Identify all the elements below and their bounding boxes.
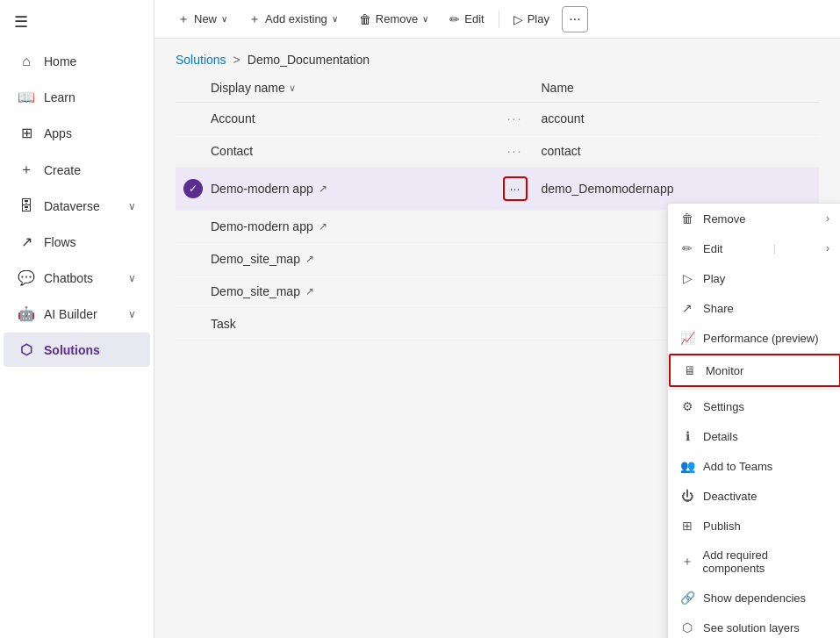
external-link-icon: ↗ xyxy=(305,285,314,297)
sidebar-item-label: Apps xyxy=(44,126,136,140)
menu-item-share[interactable]: ↗ Share xyxy=(668,293,840,323)
sidebar: ☰ ⌂ Home 📖 Learn ⊞ Apps ＋ Create 🗄 Datav… xyxy=(0,0,154,638)
row-more-button[interactable]: ··· xyxy=(503,176,528,201)
row-name-value: demo_Demomodernapp xyxy=(542,182,820,196)
menu-item-label: Edit xyxy=(703,242,722,255)
sidebar-item-learn[interactable]: 📖 Learn xyxy=(4,80,150,114)
menu-item-add-required[interactable]: ＋ Add required components xyxy=(668,541,840,583)
breadcrumb-solutions[interactable]: Solutions xyxy=(176,53,226,67)
sidebar-item-create[interactable]: ＋ Create xyxy=(4,152,150,188)
menu-item-label: Remove xyxy=(703,212,745,226)
edit-button[interactable]: ✏ Edit xyxy=(441,8,492,31)
performance-icon: 📈 xyxy=(680,331,694,345)
menu-item-add-to-teams[interactable]: 👥 Add to Teams xyxy=(668,451,840,481)
add-required-icon: ＋ xyxy=(680,554,694,570)
sidebar-item-label: Learn xyxy=(44,90,136,104)
table-container: Display name ∨ Name Account ··· account … xyxy=(154,74,840,638)
layers-icon: ⬡ xyxy=(680,620,694,634)
external-link-icon: ↗ xyxy=(319,220,327,233)
new-label: New xyxy=(194,12,217,25)
publish-icon: ⊞ xyxy=(680,519,694,533)
play-button[interactable]: ▷ Play xyxy=(505,8,558,31)
hamburger-menu[interactable]: ☰ xyxy=(0,0,154,44)
chevron-right-icon: › xyxy=(826,242,829,254)
chevron-down-icon: ∨ xyxy=(332,14,338,24)
row-checkbox[interactable]: ✓ xyxy=(176,179,211,198)
sidebar-item-chatbots[interactable]: 💬 Chatbots ∨ xyxy=(4,261,150,295)
menu-item-label: Settings xyxy=(703,400,744,413)
sidebar-item-label: Create xyxy=(44,163,136,177)
menu-item-monitor[interactable]: 🖥 Monitor xyxy=(669,354,840,387)
sidebar-item-label: Solutions xyxy=(44,343,136,357)
menu-item-play[interactable]: ▷ Play xyxy=(668,263,840,293)
row-name-value: account xyxy=(542,111,820,125)
menu-item-remove[interactable]: 🗑 Remove › xyxy=(668,204,840,233)
chevron-down-icon: ∨ xyxy=(128,308,136,320)
teams-icon: 👥 xyxy=(680,459,694,473)
menu-item-label: Performance (preview) xyxy=(703,332,819,345)
more-button[interactable]: ··· xyxy=(562,6,588,32)
info-icon: ℹ xyxy=(680,429,694,443)
row-dots-icon: ··· xyxy=(507,144,523,158)
table-row[interactable]: Contact ··· contact xyxy=(176,135,819,168)
menu-divider xyxy=(668,389,840,390)
menu-item-label: Add required components xyxy=(703,548,829,575)
chatbots-icon: 💬 xyxy=(18,269,35,286)
menu-item-performance[interactable]: 📈 Performance (preview) xyxy=(668,323,840,353)
trash-icon: 🗑 xyxy=(359,12,371,26)
toolbar-divider xyxy=(499,11,499,28)
edit-icon: ✏ xyxy=(449,12,460,26)
share-icon: ↗ xyxy=(680,301,694,315)
menu-item-deactivate[interactable]: ⏻ Deactivate xyxy=(668,481,840,511)
menu-item-label: Show dependencies xyxy=(703,591,806,605)
sidebar-item-home[interactable]: ⌂ Home xyxy=(4,45,150,78)
menu-item-settings[interactable]: ⚙ Settings xyxy=(668,391,840,421)
trash-icon: 🗑 xyxy=(680,211,694,226)
chevron-right-icon: › xyxy=(826,212,829,225)
sidebar-item-label: Home xyxy=(44,54,136,68)
edit-label: Edit xyxy=(464,12,484,25)
header-display-name[interactable]: Display name ∨ xyxy=(211,81,489,95)
sidebar-item-flows[interactable]: ↗ Flows xyxy=(4,225,150,259)
settings-icon: ⚙ xyxy=(680,399,694,413)
dependencies-icon: 🔗 xyxy=(680,591,694,605)
row-name-value: contact xyxy=(542,144,820,158)
chevron-down-icon: ∨ xyxy=(128,200,136,212)
menu-item-label: Publish xyxy=(703,520,741,533)
external-link-icon: ↗ xyxy=(319,183,327,195)
divider-line: | xyxy=(773,242,776,254)
menu-item-show-dependencies[interactable]: 🔗 Show dependencies xyxy=(668,583,840,613)
remove-button[interactable]: 🗑 Remove ∨ xyxy=(350,8,437,31)
home-icon: ⌂ xyxy=(18,54,35,69)
create-icon: ＋ xyxy=(18,161,35,179)
sort-icon: ∨ xyxy=(289,82,296,94)
table-row[interactable]: Account ··· account xyxy=(176,103,819,135)
sidebar-item-apps[interactable]: ⊞ Apps xyxy=(4,116,150,150)
row-dots-icon: ··· xyxy=(507,111,523,125)
row-display-name: Demo_site_map ↗ xyxy=(211,252,489,266)
row-display-name: Contact xyxy=(211,144,489,158)
play-icon: ▷ xyxy=(680,271,694,285)
row-dots-col[interactable]: ··· xyxy=(489,176,542,201)
menu-item-see-solution-layers[interactable]: ⬡ See solution layers xyxy=(668,613,840,638)
menu-item-publish[interactable]: ⊞ Publish xyxy=(668,511,840,541)
menu-item-details[interactable]: ℹ Details xyxy=(668,421,840,451)
table-row[interactable]: ✓ Demo-modern app ↗ ··· demo_Demomoderna… xyxy=(176,168,819,211)
chevron-down-icon: ∨ xyxy=(422,14,428,24)
new-button[interactable]: ＋ New ∨ xyxy=(169,7,236,32)
dots-icon: ··· xyxy=(510,182,521,196)
add-existing-button[interactable]: ＋ Add existing ∨ xyxy=(240,7,347,32)
row-dots-col: ··· xyxy=(489,144,542,158)
sidebar-item-label: AI Builder xyxy=(44,307,119,321)
sidebar-item-dataverse[interactable]: 🗄 Dataverse ∨ xyxy=(4,190,150,223)
row-display-name: Task xyxy=(211,317,489,331)
play-label: Play xyxy=(528,12,549,25)
sidebar-item-solutions[interactable]: ⬡ Solutions xyxy=(4,333,150,367)
menu-item-label: Add to Teams xyxy=(703,460,772,473)
row-display-name: Demo_site_map ↗ xyxy=(211,284,489,298)
menu-item-label: Details xyxy=(703,430,738,443)
header-name: Name xyxy=(542,81,820,95)
menu-item-edit[interactable]: ✏ Edit | › xyxy=(668,233,840,263)
sidebar-item-ai-builder[interactable]: 🤖 AI Builder ∨ xyxy=(4,297,150,331)
context-menu: 🗑 Remove › ✏ Edit | › ▷ Play ↗ Share xyxy=(667,203,840,638)
